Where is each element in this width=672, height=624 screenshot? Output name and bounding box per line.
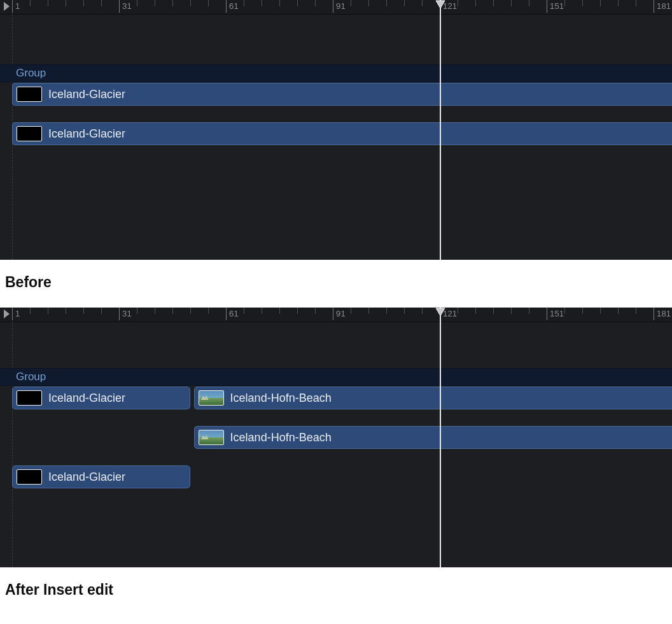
ruler-tick (582, 308, 583, 314)
ruler-tick (279, 0, 280, 6)
caption-before: Before (0, 260, 672, 308)
ruler-tick (30, 308, 31, 314)
ruler-label: 1 (12, 1, 20, 11)
ruler-label: 31 (119, 1, 132, 11)
clip-name: Iceland-Hofn-Beach (230, 392, 332, 405)
clip-thumbnail (17, 469, 42, 485)
ruler-tick (137, 308, 137, 314)
ruler-tick (582, 0, 583, 6)
clip[interactable]: Iceland-Glacier (12, 122, 672, 145)
ruler-tick (66, 0, 66, 6)
ruler-tick (208, 308, 209, 314)
ruler-tick (66, 308, 66, 314)
ruler-tick (155, 308, 155, 314)
track-row[interactable]: Iceland-Hofn-Beach (0, 425, 672, 450)
tracks-area[interactable]: Group Iceland-Glacier Iceland-Glacier (0, 15, 672, 178)
ruler-tick (190, 308, 191, 314)
clip-name: Iceland-Glacier (48, 392, 125, 405)
ruler-tick (137, 0, 137, 6)
track-row[interactable]: Iceland-Glacier (0, 122, 672, 146)
ruler-label: 61 (226, 309, 239, 318)
ruler-tick (529, 0, 529, 6)
ruler-tick (636, 308, 636, 314)
clip[interactable]: Iceland-Hofn-Beach (194, 426, 672, 449)
ruler-tick (529, 308, 529, 314)
ruler-label: 151 (547, 309, 564, 318)
clip[interactable]: Iceland-Hofn-Beach (194, 386, 672, 409)
in-point-icon[interactable] (3, 1, 10, 11)
ruler-tick (493, 308, 494, 314)
clip-thumbnail (17, 390, 42, 406)
timeline-before[interactable]: 1316191121151181 Group Iceland-Glacier I… (0, 0, 672, 260)
ruler-label: 31 (119, 309, 132, 318)
ruler[interactable]: 1316191121151181 (0, 308, 672, 322)
clip[interactable]: Iceland-Glacier (12, 465, 190, 488)
group-header[interactable]: Group (0, 64, 672, 82)
ruler-tick (475, 0, 476, 6)
tracks-area[interactable]: Group Iceland-GlacierIceland-Hofn-Beach … (0, 322, 672, 521)
track-row[interactable]: Iceland-GlacierIceland-Hofn-Beach (0, 386, 672, 410)
ruler-tick (458, 308, 458, 314)
ruler-tick (262, 308, 262, 314)
ruler-tick (386, 0, 387, 6)
playhead[interactable] (440, 0, 441, 260)
playhead-head-icon (435, 0, 445, 9)
ruler-tick (48, 0, 48, 6)
clip-name: Iceland-Hofn-Beach (230, 431, 332, 444)
timeline-after[interactable]: 1316191121151181 Group Iceland-GlacierIc… (0, 308, 672, 567)
ruler-tick (618, 0, 619, 6)
clip[interactable]: Iceland-Glacier (12, 386, 190, 409)
ruler-tick (297, 0, 298, 6)
ruler-label: 61 (226, 1, 239, 11)
ruler-tick (351, 0, 351, 6)
ruler-tick (315, 308, 316, 314)
ruler-tick (458, 0, 458, 6)
ruler-tick (297, 308, 298, 314)
track-row[interactable]: Iceland-Glacier (0, 465, 672, 489)
ruler-tick (475, 308, 476, 314)
clip-thumbnail (199, 390, 224, 406)
ruler-tick (351, 308, 351, 314)
ruler-tick (101, 308, 102, 314)
track-row[interactable]: Iceland-Glacier (0, 82, 672, 106)
playhead[interactable] (440, 308, 441, 567)
in-point-icon[interactable] (3, 309, 10, 319)
group-label: Group (16, 67, 46, 80)
ruler-tick (101, 0, 102, 6)
clip-name: Iceland-Glacier (48, 127, 125, 141)
clip[interactable]: Iceland-Glacier (12, 83, 672, 106)
ruler[interactable]: 1316191121151181 (0, 0, 672, 15)
ruler-tick (404, 0, 405, 6)
ruler-tick (83, 308, 84, 314)
clip-name: Iceland-Glacier (48, 88, 125, 101)
ruler-tick (422, 0, 423, 6)
group-label: Group (16, 371, 46, 383)
ruler-tick (48, 308, 48, 314)
clip-thumbnail (17, 87, 42, 102)
ruler-tick (386, 308, 387, 314)
ruler-tick (493, 0, 494, 6)
ruler-tick (511, 308, 512, 314)
ruler-tick (564, 0, 565, 6)
ruler-label: 91 (333, 1, 346, 11)
ruler-tick (83, 0, 84, 6)
ruler-tick (172, 308, 173, 314)
ruler-tick (564, 308, 565, 314)
ruler-tick (244, 0, 244, 6)
ruler-label: 151 (547, 1, 564, 11)
ruler-tick (511, 0, 512, 6)
group-header[interactable]: Group (0, 368, 672, 386)
ruler-tick (30, 0, 31, 6)
ruler-tick (636, 0, 636, 6)
ruler-tick (422, 308, 423, 314)
clip-thumbnail (199, 430, 224, 445)
playhead-head-icon (435, 308, 445, 316)
ruler-tick (600, 0, 601, 6)
ruler-tick (315, 0, 316, 6)
ruler-label: 181 (654, 309, 671, 318)
ruler-label: 91 (333, 309, 346, 318)
ruler-tick (618, 308, 619, 314)
caption-after: After Insert edit (0, 567, 672, 615)
ruler-label: 1 (12, 309, 20, 318)
ruler-tick (190, 0, 191, 6)
